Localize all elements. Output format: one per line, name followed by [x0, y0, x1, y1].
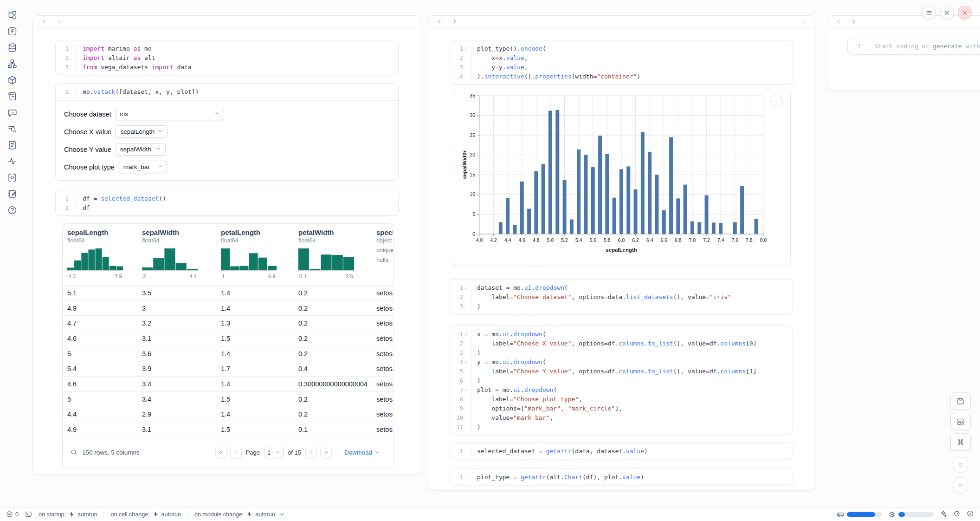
- table-cell: 0.2: [298, 407, 308, 422]
- expand-right-button[interactable]: [850, 18, 857, 26]
- download-button[interactable]: Download: [342, 449, 383, 456]
- table-cell: 3.2: [142, 316, 151, 331]
- table-cell: 3.1: [142, 331, 151, 346]
- table-cell: 1.4: [221, 407, 230, 422]
- settings-button[interactable]: [940, 6, 954, 20]
- on-module-change-value: autorun: [255, 511, 275, 518]
- df-code-cell[interactable]: 1df = selected_dataset()2df: [55, 190, 399, 216]
- dropdown-choose-y-value[interactable]: sepalWidth: [116, 143, 166, 156]
- selected-dataset-cell[interactable]: 1selected_dataset = getattr(data, datase…: [450, 443, 793, 459]
- table-cell: 5.1: [67, 286, 77, 300]
- table-cell: 4.4: [67, 407, 77, 422]
- add-cell-button[interactable]: [406, 18, 413, 26]
- plot-code-cell[interactable]: 1›plot_type().encode(2 x=x.value,3 y=y.v…: [450, 40, 793, 85]
- search-list-icon[interactable]: [7, 124, 17, 134]
- database-icon[interactable]: [7, 43, 17, 53]
- add-cell-button[interactable]: [800, 18, 807, 26]
- layout-button[interactable]: [950, 413, 971, 430]
- plot-type-cell[interactable]: 1plot_type = getattr(alt.Chart(df), plot…: [450, 469, 793, 485]
- stop-button[interactable]: [953, 457, 968, 473]
- chevrons-left-icon: [218, 449, 224, 456]
- control-row: Choose Y valuesepalWidth: [64, 143, 390, 156]
- menu-button[interactable]: [922, 6, 936, 20]
- help-circle-icon[interactable]: [7, 205, 17, 215]
- control-row: Choose X valuesepalLength: [64, 125, 390, 138]
- empty-code-cell[interactable]: 1Start coding or generate with: [847, 38, 980, 55]
- bar-chart: 4.04.24.44.64.85.05.25.45.65.86.06.26.46…: [453, 89, 790, 267]
- fold-chevron-icon[interactable]: ›: [463, 358, 469, 367]
- expand-right-button[interactable]: [55, 18, 63, 26]
- first-page-button[interactable]: [215, 447, 227, 458]
- collapse-left-button[interactable]: [835, 18, 842, 26]
- fold-chevron-icon[interactable]: ›: [463, 44, 469, 53]
- control-label: Choose plot type: [64, 163, 115, 171]
- dropdown-choose-x-value[interactable]: sepalLength: [116, 125, 168, 138]
- save-button[interactable]: [950, 392, 971, 410]
- code-block-icon[interactable]: [7, 173, 17, 183]
- vstack-cell[interactable]: 1mo.vstack([dataset, x, y, plot]) Choose…: [55, 83, 399, 181]
- scroll-icon[interactable]: [7, 91, 17, 102]
- package-icon[interactable]: [7, 75, 17, 85]
- next-page-button[interactable]: [305, 447, 317, 458]
- close-button[interactable]: [958, 6, 972, 20]
- column-header-petalLength: petalLengthfloat6416.9: [221, 228, 277, 279]
- line-number: 1: [56, 87, 69, 97]
- vstack-code[interactable]: 1mo.vstack([dataset, x, y, plot]): [56, 87, 398, 97]
- expand-right-button[interactable]: [451, 18, 458, 26]
- document-icon[interactable]: [7, 140, 17, 150]
- page-select[interactable]: 1: [264, 447, 284, 458]
- on-cell-change-setting[interactable]: on cell change: autorun: [110, 511, 181, 518]
- dropdown-choose-plot-type[interactable]: mark_bar: [119, 161, 167, 173]
- bot-button[interactable]: [953, 510, 961, 519]
- control-row: Choose datasetiris: [64, 108, 390, 120]
- fold-chevron-icon[interactable]: ›: [463, 330, 469, 339]
- table-cell: 1.7: [221, 361, 230, 376]
- run-button[interactable]: [953, 477, 968, 493]
- line-number: 2: [56, 203, 69, 213]
- dataset-dropdown-cell[interactable]: 1›dataset = mo.ui.dropdown(2 label="Choo…: [450, 279, 793, 314]
- collapse-left-button[interactable]: [40, 18, 48, 26]
- on-startup-setting[interactable]: on startup: autorun: [39, 511, 97, 518]
- svg-text:7.6: 7.6: [731, 237, 738, 243]
- bolt-icon: [152, 511, 159, 518]
- table-cell: setosa: [376, 316, 393, 331]
- chart-menu-button[interactable]: [770, 95, 783, 107]
- table-cell: 1.4: [221, 377, 230, 391]
- table-search-button[interactable]: [70, 449, 77, 456]
- sparkles-button[interactable]: [940, 510, 947, 519]
- collapse-left-button[interactable]: [436, 18, 443, 26]
- xy-plot-dropdowns-cell[interactable]: 1›x = mo.ui.dropdown(2 label="Choose X v…: [450, 326, 793, 435]
- function-square-icon[interactable]: [7, 26, 17, 37]
- search-icon: [70, 449, 77, 456]
- prev-page-button[interactable]: [230, 447, 242, 458]
- last-page-button[interactable]: [320, 447, 332, 458]
- file-tree-icon[interactable]: [7, 10, 17, 20]
- table-cell: 2.9: [142, 407, 151, 422]
- error-indicator[interactable]: 0: [6, 511, 19, 518]
- line-number: 5: [450, 367, 463, 376]
- table-cell: 0.2: [298, 316, 308, 331]
- table-cell: 4.9: [67, 422, 77, 437]
- table-cell: 5: [67, 346, 71, 361]
- table-cell: setosa: [376, 377, 393, 391]
- fold-chevron-icon[interactable]: ›: [463, 385, 469, 395]
- scratchpad-icon[interactable]: [7, 189, 17, 199]
- line-number: 3: [450, 348, 463, 358]
- fold-chevron-icon[interactable]: ›: [463, 283, 469, 293]
- check-circle-button[interactable]: [967, 510, 974, 519]
- terminal-button[interactable]: [25, 511, 32, 518]
- table-cell: setosa: [376, 422, 393, 437]
- command-button[interactable]: [950, 433, 971, 450]
- svg-text:35: 35: [470, 93, 475, 98]
- on-cell-change-label: on cell change:: [110, 511, 149, 518]
- dependency-graph-icon[interactable]: [7, 59, 17, 69]
- imports-code-cell[interactable]: 1import marimo as mo2import altair as al…: [55, 40, 399, 75]
- table-row: 53.61.40.2setosa: [63, 346, 393, 362]
- on-module-change-setting[interactable]: on module change: autorun: [194, 511, 285, 518]
- table-cell: 3.6: [142, 346, 151, 361]
- dropdown-choose-dataset[interactable]: iris: [116, 108, 224, 120]
- caret-down-icon: [155, 146, 161, 153]
- chat-bot-icon[interactable]: [7, 108, 17, 118]
- activity-icon[interactable]: [7, 156, 17, 167]
- table-cell: 5: [67, 392, 71, 407]
